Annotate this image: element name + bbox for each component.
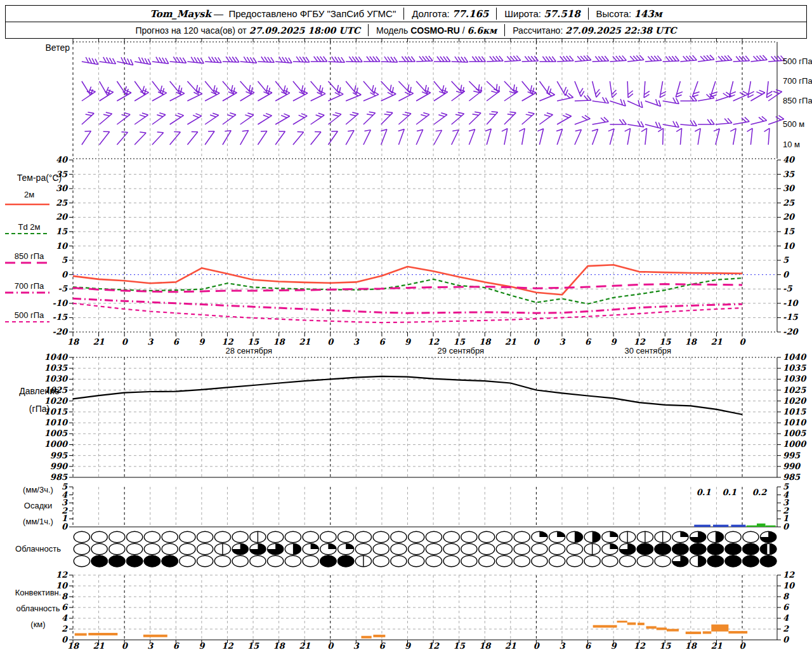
svg-text:30: 30 — [783, 183, 796, 193]
svg-text:28 сентября: 28 сентября — [226, 346, 273, 355]
svg-text:3: 3 — [353, 337, 360, 347]
svg-text:1020: 1020 — [783, 396, 807, 406]
svg-text:12: 12 — [428, 337, 440, 347]
svg-text:18: 18 — [273, 641, 286, 650]
svg-text:1040: 1040 — [783, 352, 807, 362]
svg-text:0: 0 — [534, 641, 540, 650]
svg-text:10: 10 — [56, 581, 69, 590]
svg-text:500 гПа: 500 гПа — [783, 56, 812, 66]
svg-text:15: 15 — [659, 337, 671, 347]
svg-text:1040: 1040 — [44, 352, 69, 362]
svg-text:3: 3 — [147, 337, 154, 347]
svg-text:0.1: 0.1 — [697, 488, 711, 497]
svg-text:0: 0 — [327, 641, 334, 650]
svg-text:12: 12 — [428, 641, 440, 650]
svg-text:1030: 1030 — [783, 374, 807, 383]
svg-text:0: 0 — [122, 641, 129, 650]
svg-text:1000: 1000 — [783, 439, 807, 449]
svg-text:1025: 1025 — [783, 385, 806, 395]
svg-text:12: 12 — [783, 570, 795, 580]
svg-text:1035: 1035 — [783, 363, 806, 373]
svg-text:12: 12 — [56, 570, 68, 580]
svg-text:0: 0 — [62, 522, 69, 531]
svg-text:9: 9 — [199, 337, 206, 347]
svg-text:6: 6 — [585, 641, 592, 650]
svg-text:995: 995 — [50, 451, 68, 460]
svg-text:2: 2 — [62, 624, 68, 633]
svg-text:6: 6 — [379, 337, 386, 347]
svg-text:18: 18 — [479, 337, 492, 347]
svg-text:1020: 1020 — [44, 396, 69, 406]
svg-text:0: 0 — [739, 641, 746, 650]
svg-text:0.2: 0.2 — [752, 488, 768, 497]
svg-text:0: 0 — [62, 270, 69, 279]
wind-barbs — [77, 55, 785, 145]
precipitation-bars: 0.10.10.2 — [694, 488, 775, 527]
svg-text:6: 6 — [173, 337, 180, 347]
svg-text:850 гПа: 850 гПа — [783, 96, 812, 105]
svg-text:995: 995 — [783, 451, 801, 460]
svg-text:0: 0 — [534, 337, 540, 347]
svg-text:3: 3 — [559, 337, 565, 347]
svg-text:15: 15 — [783, 227, 795, 236]
svg-text:985: 985 — [783, 472, 801, 482]
svg-text:9: 9 — [611, 641, 618, 650]
svg-text:40: 40 — [56, 155, 69, 164]
svg-text:40: 40 — [783, 155, 796, 164]
svg-text:1015: 1015 — [783, 407, 806, 416]
svg-text:0: 0 — [783, 635, 790, 644]
svg-text:-10: -10 — [53, 298, 69, 308]
svg-text:985: 985 — [50, 472, 68, 482]
cloud-row-lower — [74, 555, 776, 567]
svg-text:20: 20 — [56, 212, 69, 222]
svg-text:1035: 1035 — [44, 363, 68, 373]
svg-text:15: 15 — [247, 337, 259, 347]
svg-text:5: 5 — [62, 255, 68, 265]
svg-text:5: 5 — [783, 255, 789, 265]
svg-text:35: 35 — [783, 169, 795, 179]
svg-text:9: 9 — [405, 641, 412, 650]
svg-text:18: 18 — [685, 337, 698, 347]
svg-text:990: 990 — [50, 461, 69, 471]
svg-text:30: 30 — [56, 183, 69, 193]
wind-level-700 гПа — [82, 77, 773, 98]
svg-text:-10: -10 — [783, 298, 799, 308]
svg-text:25: 25 — [56, 198, 68, 208]
svg-text:1025: 1025 — [44, 385, 68, 395]
svg-text:6: 6 — [62, 602, 69, 612]
svg-text:500 м: 500 м — [783, 119, 804, 129]
svg-text:15: 15 — [454, 641, 466, 650]
svg-text:18: 18 — [685, 641, 698, 650]
series-700 гПа — [73, 298, 742, 313]
svg-text:15: 15 — [454, 337, 466, 347]
svg-text:0: 0 — [783, 522, 790, 531]
svg-text:-5: -5 — [783, 284, 792, 293]
svg-text:4: 4 — [62, 613, 68, 623]
svg-text:10: 10 — [56, 241, 69, 251]
svg-text:21: 21 — [299, 641, 310, 650]
svg-text:21: 21 — [505, 641, 516, 650]
svg-text:0: 0 — [327, 337, 334, 347]
svg-text:15: 15 — [659, 641, 671, 650]
svg-text:21: 21 — [93, 337, 105, 347]
svg-text:9: 9 — [199, 641, 206, 650]
svg-text:12: 12 — [221, 641, 233, 650]
svg-text:10: 10 — [783, 241, 796, 251]
svg-text:10: 10 — [783, 581, 796, 590]
svg-text:2: 2 — [783, 624, 789, 633]
meteogram-chart: 0.10.10.24040353530302525202015151010550… — [0, 0, 812, 650]
svg-text:6: 6 — [585, 337, 592, 347]
svg-text:-5: -5 — [58, 284, 68, 293]
svg-text:6: 6 — [379, 641, 386, 650]
svg-text:18: 18 — [479, 641, 492, 650]
legend-line-samples — [5, 204, 49, 322]
svg-text:15: 15 — [56, 227, 68, 236]
svg-text:-15: -15 — [783, 312, 798, 322]
svg-text:3: 3 — [353, 641, 360, 650]
svg-text:21: 21 — [505, 337, 516, 347]
svg-text:29 сентября: 29 сентября — [438, 346, 485, 355]
svg-text:10 м: 10 м — [783, 140, 800, 149]
svg-text:21: 21 — [299, 337, 310, 347]
svg-text:1015: 1015 — [44, 407, 68, 416]
wind-level-10 м — [77, 128, 769, 145]
